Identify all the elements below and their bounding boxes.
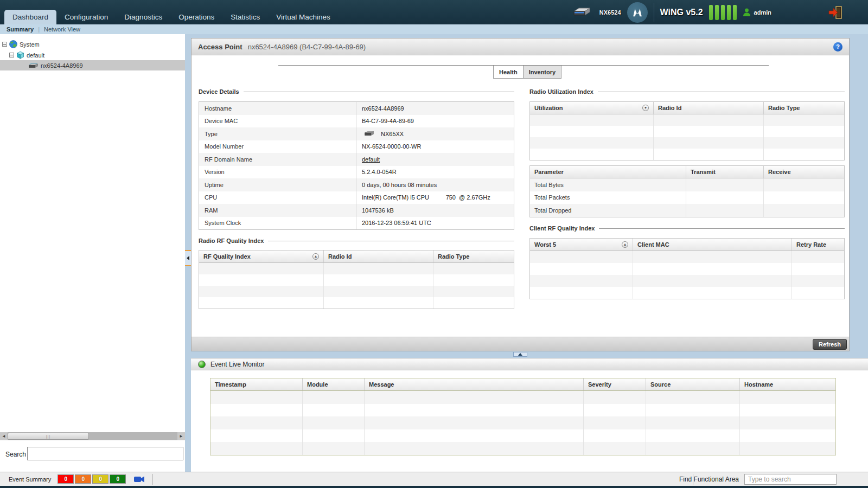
column-header-transmit[interactable]: Transmit	[686, 166, 764, 178]
column-header-label: Module	[307, 381, 328, 388]
subnav-item-summary[interactable]: Summary	[7, 26, 34, 33]
table-cell	[584, 429, 646, 442]
detail-value-text: NX-6524-0000-00-WR	[362, 143, 421, 150]
column-header-utilization[interactable]: Utilization▾	[530, 102, 654, 114]
column-header-label: Transmit	[691, 169, 716, 175]
scroll-right-icon[interactable]: ►	[177, 432, 185, 440]
subnav-separator: |	[38, 26, 40, 33]
table-cell	[210, 429, 303, 442]
table-cell	[433, 274, 514, 286]
column-header-parameter[interactable]: Parameter	[530, 166, 686, 178]
radio-utilization-table: Utilization▾Radio IdRadio Type	[529, 101, 845, 160]
column-header-client-mac[interactable]: Client MAC	[633, 239, 792, 251]
column-header-source[interactable]: Source	[646, 378, 740, 390]
nav-tab-configuration[interactable]: Configuration	[56, 10, 116, 24]
rf-domain-link[interactable]: default	[362, 156, 380, 163]
event-camera-icon[interactable]	[133, 476, 145, 483]
table-cell	[324, 286, 433, 297]
subnav-item-network-view[interactable]: Network View	[44, 26, 80, 33]
refresh-button[interactable]: Refresh	[813, 339, 847, 350]
column-header-radio-id[interactable]: Radio Id	[324, 251, 433, 262]
column-header-retry-rate[interactable]: Retry Rate	[792, 239, 844, 251]
table-header-row: ParameterTransmitReceive	[530, 166, 844, 178]
detail-value: NX65XX	[356, 127, 514, 140]
device-details-row: System Clock2016-12-23 06:59:41 UTC	[199, 217, 514, 230]
user-menu[interactable]: admin	[743, 8, 771, 17]
vertical-splitter[interactable]	[185, 34, 191, 472]
device-details-row: Hostnamenx6524-4A8969	[199, 102, 514, 115]
motorola-logo	[627, 2, 648, 23]
event-counter-ok[interactable]: 0	[110, 474, 126, 484]
tree-item-access-point[interactable]: nx6524-4A8969	[0, 60, 185, 70]
device-details-row: TypeNX65XX	[199, 127, 514, 140]
table-row	[199, 263, 514, 274]
tree-item-system[interactable]: System	[0, 39, 185, 49]
table-cell	[686, 204, 764, 217]
column-header-timestamp[interactable]: Timestamp	[210, 378, 303, 390]
column-header-message[interactable]: Message	[365, 378, 584, 390]
splitter-expand-handle[interactable]	[513, 352, 527, 357]
table-cell	[303, 442, 365, 455]
sort-desc-icon[interactable]: ▾	[642, 105, 649, 111]
panel-body: Health Inventory Device Details Hostname…	[192, 55, 849, 337]
nav-tab-diagnostics[interactable]: Diagnostics	[116, 10, 170, 24]
column-header-severity[interactable]: Severity	[584, 378, 646, 390]
column-header-label: Radio Type	[768, 105, 800, 111]
nav-tab-statistics[interactable]: Statistics	[222, 10, 268, 24]
column-header-receive[interactable]: Receive	[764, 166, 844, 178]
detail-value-text: Intel(R) Core(TM) i5 CPU 750 @ 2.67GHz	[362, 194, 490, 201]
column-header-module[interactable]: Module	[303, 378, 365, 390]
scrollbar-thumb[interactable]: |||	[8, 433, 89, 440]
detail-label: Type	[199, 127, 356, 140]
table-row	[210, 404, 835, 417]
column-header-radio-id[interactable]: Radio Id	[654, 102, 764, 114]
table-cell	[584, 416, 646, 429]
table-cell	[303, 416, 365, 429]
scroll-left-icon[interactable]: ◄	[0, 432, 8, 440]
globe-icon	[9, 40, 17, 48]
find-functional-area-input[interactable]	[744, 474, 837, 485]
collapse-expander-icon[interactable]	[9, 53, 14, 57]
table-row	[199, 274, 514, 286]
table-cell	[792, 275, 844, 287]
panel-collapse-handle[interactable]	[185, 250, 191, 266]
table-cell	[303, 404, 365, 417]
tab-inventory[interactable]: Inventory	[523, 66, 562, 79]
tree-item-default[interactable]: default	[0, 50, 185, 60]
panel-toolbar: Refresh	[192, 337, 849, 351]
table-cell	[792, 251, 844, 263]
detail-label: Model Number	[199, 140, 356, 153]
column-header-label: Radio Id	[328, 253, 352, 260]
column-header-worst-5[interactable]: Worst 5▴	[530, 239, 633, 251]
column-header-rf-quality-index[interactable]: RF Quality Index▴	[199, 251, 324, 262]
tree-horizontal-scrollbar[interactable]: ◄ ||| ►	[0, 432, 185, 440]
find-functional-area-label: Find Functional Area	[679, 476, 739, 483]
tree-item-label: System	[20, 41, 40, 48]
event-counter-major[interactable]: 0	[75, 474, 91, 484]
horizontal-splitter[interactable]	[185, 351, 868, 358]
detail-value: NX-6524-0000-00-WR	[356, 140, 514, 153]
device-icon	[28, 62, 39, 69]
top-bar: DashboardConfigurationDiagnosticsOperati…	[0, 0, 868, 24]
nav-tab-operations[interactable]: Operations	[170, 10, 222, 24]
event-counter-critical[interactable]: 0	[58, 474, 74, 484]
nav-tab-virtual-machines[interactable]: Virtual Machines	[268, 10, 339, 24]
event-counter-minor[interactable]: 0	[92, 474, 108, 484]
column-header-radio-type[interactable]: Radio Type	[433, 251, 514, 262]
collapse-expander-icon[interactable]	[2, 42, 7, 47]
nav-tab-dashboard[interactable]: Dashboard	[4, 10, 56, 24]
table-header-row: Worst 5▴Client MACRetry Rate	[530, 239, 844, 251]
column-header-radio-type[interactable]: Radio Type	[764, 102, 844, 114]
tab-health[interactable]: Health	[493, 66, 523, 79]
logout-icon[interactable]	[828, 5, 843, 20]
table-cell	[530, 251, 633, 263]
table-cell	[210, 416, 303, 429]
sort-asc-icon[interactable]: ▴	[622, 241, 628, 248]
column-header-hostname[interactable]: Hostname	[740, 378, 835, 390]
detail-value: 1047536 kB	[356, 204, 514, 217]
sort-asc-icon[interactable]: ▴	[312, 253, 319, 260]
help-icon[interactable]: ?	[833, 42, 843, 52]
column-header-label: Radio Type	[438, 253, 469, 260]
tree-search-input[interactable]	[27, 447, 183, 460]
table-header-row: TimestampModuleMessageSeveritySourceHost…	[210, 378, 835, 391]
